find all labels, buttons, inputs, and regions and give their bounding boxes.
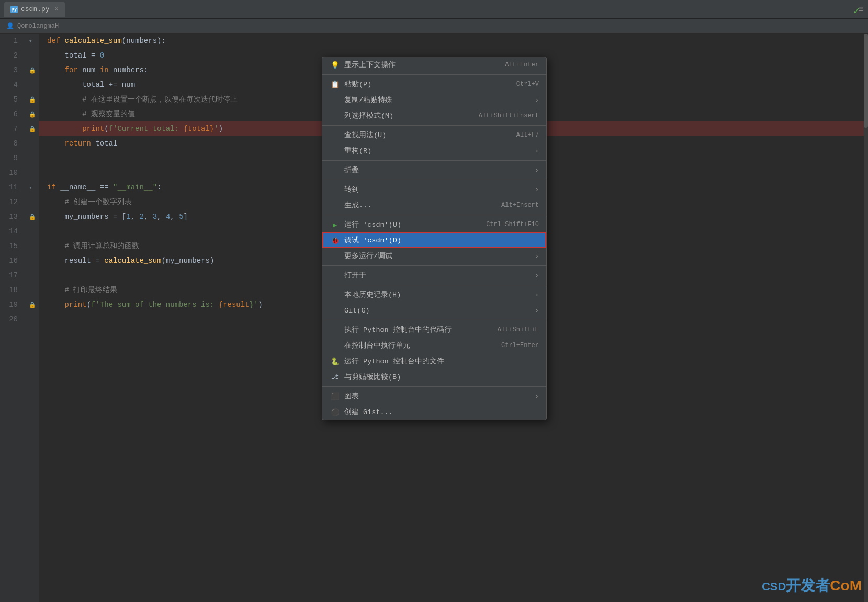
menu-label-exec-line: 执行 Python 控制台中的代码行 [344, 325, 452, 335]
clipboard-icon: 📋 [330, 80, 340, 89]
gutter: ▾ 🔒 🔒 🔒 🔒 ▾ 🔒 🔒 [26, 34, 39, 602]
line-12: 12 [0, 195, 22, 209]
menu-item-exec-line[interactable]: 执行 Python 控制台中的代码行 Alt+Shift+E [322, 322, 546, 338]
menu-label-find-usages: 查找用法(U) [344, 130, 386, 140]
menu-shortcut-show-context: Alt+Enter [505, 61, 539, 69]
line-1: 1 [0, 34, 22, 48]
arrow-open-in: › [535, 272, 539, 280]
fold-icon-11[interactable]: ▾ [29, 184, 35, 191]
line-19: 19 [0, 297, 22, 312]
menu-label-show-context: 显示上下文操作 [344, 60, 396, 70]
gutter-1: ▾ [26, 34, 39, 48]
line-4: 4 [0, 77, 22, 92]
arrow-fold: › [535, 166, 539, 174]
menu-shortcut-run: Ctrl+Shift+F10 [486, 221, 539, 228]
gutter-9 [26, 151, 39, 165]
lock-icon-7: 🔒 [29, 126, 36, 132]
menu-item-goto[interactable]: 转到 › [322, 182, 546, 197]
line-7: 7 [0, 121, 22, 136]
menu-label-local-history: 本地历史记录(H) [344, 290, 401, 299]
separator-5 [322, 215, 546, 215]
gutter-6: 🔒 [26, 107, 39, 121]
arrow-git: › [535, 307, 539, 315]
gutter-4 [26, 77, 39, 92]
line-15: 15 [0, 239, 22, 253]
line-numbers: 1 2 3 4 5 6 7 8 9 10 ▶ 11 12 13 14 15 16… [0, 34, 26, 602]
line-13: 13 [0, 209, 22, 224]
line-5: 5 [0, 92, 22, 107]
menu-item-refactor[interactable]: 重构(R) › [322, 143, 546, 159]
separator-4 [322, 180, 546, 180]
gutter-12 [26, 195, 39, 209]
gist-icon: ⚫ [330, 408, 340, 417]
arrow-more-run: › [535, 252, 539, 260]
menu-label-create-gist: 创建 Gist... [344, 407, 393, 417]
line-6: 6 [0, 107, 22, 121]
gutter-13: 🔒 [26, 209, 39, 224]
line-2: 2 [0, 48, 22, 63]
menu-item-show-context[interactable]: 💡 显示上下文操作 Alt+Enter [322, 57, 546, 73]
tab-filename: csdn.py [21, 5, 50, 13]
menu-label-fold: 折叠 [344, 165, 359, 175]
menu-item-paste[interactable]: 📋 粘贴(P) Ctrl+V [322, 76, 546, 92]
line-18: 18 [0, 283, 22, 297]
scrollbar[interactable] [864, 34, 868, 602]
menu-item-chart[interactable]: ⬛ 图表 › [322, 388, 546, 404]
tab-file-icon: py [10, 6, 18, 13]
gutter-15 [26, 239, 39, 253]
menu-label-paste-special: 复制/粘贴特殊 [344, 95, 392, 105]
menu-shortcut-paste: Ctrl+V [516, 81, 539, 88]
lock-icon-3: 🔒 [29, 67, 35, 73]
context-menu: 💡 显示上下文操作 Alt+Enter 📋 粘贴(P) Ctrl+V 复制/粘贴… [322, 57, 547, 420]
line-9: 9 [0, 151, 22, 165]
menu-label-exec-cell: 在控制台中执行单元 [344, 341, 410, 350]
menu-item-git[interactable]: Git(G) › [322, 303, 546, 318]
menu-item-debug[interactable]: 🐞 调试 'csdn'(D) [322, 232, 546, 248]
menu-item-open-in[interactable]: 打开于 › [322, 267, 546, 283]
gutter-18 [26, 283, 39, 297]
fold-icon-1[interactable]: ▾ [29, 38, 35, 44]
gutter-11: ▾ [26, 180, 39, 195]
file-tab[interactable]: py csdn.py × [4, 2, 65, 17]
line-16: 16 [0, 253, 22, 268]
separator-2 [322, 125, 546, 126]
author-bar: 👤 QomolangmaH [0, 19, 868, 34]
line-10: 10 [0, 165, 22, 180]
menu-label-open-in: 打开于 [344, 271, 366, 280]
arrow-local-history: › [535, 291, 539, 299]
separator-1 [322, 74, 546, 75]
menu-item-find-usages[interactable]: 查找用法(U) Alt+F7 [322, 127, 546, 143]
tab-close-button[interactable]: × [55, 6, 59, 13]
menu-label-debug: 调试 'csdn'(D) [344, 236, 401, 245]
menu-item-more-run[interactable]: 更多运行/调试 › [322, 248, 546, 264]
lock-icon-5: 🔒 [29, 96, 36, 103]
line-20: 20 [0, 312, 22, 327]
menu-item-create-gist[interactable]: ⚫ 创建 Gist... [322, 404, 546, 420]
menu-item-paste-special[interactable]: 复制/粘贴特殊 › [322, 92, 546, 108]
menu-label-chart: 图表 [344, 392, 359, 401]
lock-icon-19: 🔒 [29, 302, 36, 308]
menu-item-local-history[interactable]: 本地历史记录(H) › [322, 287, 546, 303]
menu-item-fold[interactable]: 折叠 › [322, 162, 546, 178]
gutter-16 [26, 253, 39, 268]
scrollbar-thumb[interactable] [864, 34, 868, 128]
gutter-10 [26, 165, 39, 180]
code-line-1: def calculate_sum(numbers): [39, 34, 868, 48]
menu-label-more-run: 更多运行/调试 [344, 251, 392, 261]
arrow-chart: › [535, 393, 539, 400]
menu-item-column-select[interactable]: 列选择模式(M) Alt+Shift+Insert [322, 108, 546, 124]
menu-item-generate[interactable]: 生成... Alt+Insert [322, 197, 546, 213]
menu-shortcut-column-select: Alt+Shift+Insert [479, 112, 539, 119]
python-icon: 🐍 [330, 357, 340, 366]
author-name: QomolangmaH [17, 23, 59, 30]
separator-9 [322, 386, 546, 387]
menu-item-compare-clipboard[interactable]: ⎇ 与剪贴板比较(B) [322, 369, 546, 385]
menu-shortcut-exec-line: Alt+Shift+E [498, 326, 539, 333]
menu-label-goto: 转到 [344, 185, 359, 194]
menu-item-run-python[interactable]: 🐍 运行 Python 控制台中的文件 [322, 353, 546, 369]
watermark-suffix: CoM [830, 577, 862, 594]
menu-item-exec-cell[interactable]: 在控制台中执行单元 Ctrl+Enter [322, 338, 546, 353]
menu-label-git: Git(G) [344, 307, 370, 315]
menu-item-run[interactable]: ▶ 运行 'csdn'(U) Ctrl+Shift+F10 [322, 217, 546, 232]
line-14: 14 [0, 224, 22, 239]
